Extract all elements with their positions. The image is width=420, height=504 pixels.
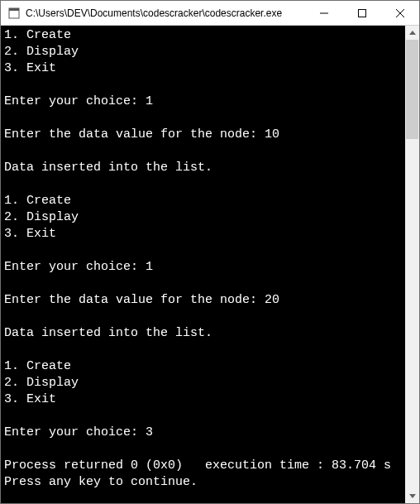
menu-option-2: 2. Display bbox=[4, 376, 79, 390]
process-returned: Process returned 0 (0x0) execution time … bbox=[4, 458, 391, 473]
data-prompt: Enter the data value for the node: bbox=[4, 293, 265, 307]
scroll-down-button[interactable] bbox=[405, 489, 419, 503]
menu-option-3: 3. Exit bbox=[4, 392, 56, 406]
scroll-up-button[interactable] bbox=[405, 26, 419, 40]
menu-option-2: 2. Display bbox=[4, 210, 79, 224]
console-output[interactable]: 1. Create 2. Display 3. Exit Enter your … bbox=[1, 26, 405, 503]
app-window: C:\Users\DEV\Documents\codescracker\code… bbox=[0, 0, 420, 504]
titlebar[interactable]: C:\Users\DEV\Documents\codescracker\code… bbox=[1, 1, 419, 26]
svg-rect-3 bbox=[359, 9, 366, 17]
chevron-up-icon bbox=[409, 31, 416, 35]
data-input-1: 10 bbox=[265, 127, 279, 142]
choice-prompt: Enter your choice: bbox=[4, 260, 146, 274]
close-button[interactable] bbox=[381, 1, 419, 25]
inserted-msg: Data inserted into the list. bbox=[4, 161, 212, 175]
choice-input-1: 1 bbox=[146, 94, 153, 108]
choice-prompt: Enter your choice: bbox=[4, 94, 146, 108]
menu-option-3: 3. Exit bbox=[4, 61, 56, 75]
window-controls bbox=[305, 1, 419, 25]
menu-option-2: 2. Display bbox=[4, 45, 79, 59]
chevron-down-icon bbox=[409, 494, 416, 498]
choice-input-3: 3 bbox=[146, 425, 153, 439]
vertical-scrollbar[interactable] bbox=[405, 26, 419, 503]
window-title: C:\Users\DEV\Documents\codescracker\code… bbox=[26, 7, 305, 19]
maximize-icon bbox=[358, 9, 366, 17]
svg-rect-1 bbox=[9, 8, 19, 11]
press-key: Press any key to continue. bbox=[4, 475, 198, 489]
scrollbar-thumb[interactable] bbox=[406, 40, 418, 139]
menu-option-3: 3. Exit bbox=[4, 227, 56, 241]
menu-option-1: 1. Create bbox=[4, 359, 71, 373]
minimize-button[interactable] bbox=[305, 1, 343, 25]
app-icon bbox=[7, 7, 21, 20]
menu-option-1: 1. Create bbox=[4, 194, 71, 208]
data-input-2: 20 bbox=[265, 293, 279, 307]
inserted-msg: Data inserted into the list. bbox=[4, 326, 212, 340]
data-prompt: Enter the data value for the node: bbox=[4, 127, 265, 142]
maximize-button[interactable] bbox=[343, 1, 381, 25]
close-icon bbox=[396, 9, 404, 17]
console-area: 1. Create 2. Display 3. Exit Enter your … bbox=[1, 26, 419, 503]
choice-input-2: 1 bbox=[146, 260, 153, 274]
choice-prompt: Enter your choice: bbox=[4, 425, 146, 439]
menu-option-1: 1. Create bbox=[4, 28, 71, 42]
minimize-icon bbox=[320, 9, 328, 17]
